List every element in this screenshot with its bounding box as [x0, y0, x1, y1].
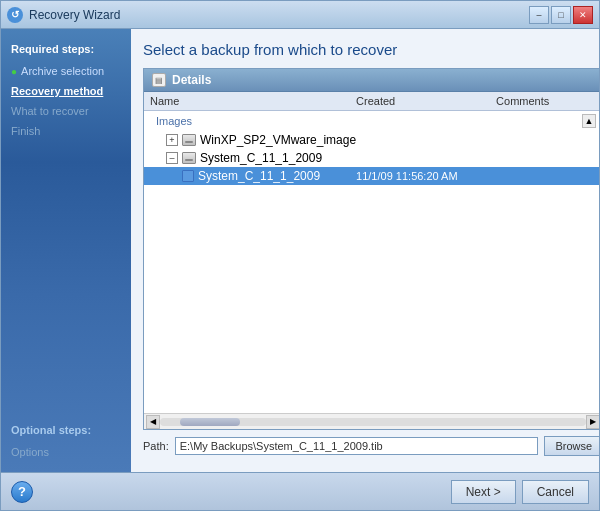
winxp-name-cell: + WinXP_SP2_VMware_image [150, 133, 356, 147]
system-c-child-name-cell: System_C_11_1_2009 [150, 169, 356, 183]
winxp-label: WinXP_SP2_VMware_image [200, 133, 356, 147]
sidebar-item-recovery-method[interactable]: Recovery method [1, 81, 131, 101]
help-button[interactable]: ? [11, 481, 33, 503]
options-label: Options [11, 446, 49, 458]
sidebar: Required steps: Archive selection Recove… [1, 29, 131, 472]
right-panel: Select a backup from which to recover ▤ … [131, 29, 599, 472]
browse-button[interactable]: Browse [544, 436, 599, 456]
minimize-button[interactable]: – [529, 6, 549, 24]
system-c-disk-icon [182, 152, 196, 164]
winxp-disk-icon [182, 134, 196, 146]
panel-title: Select a backup from which to recover [143, 41, 599, 58]
path-input[interactable] [175, 437, 539, 455]
images-section-label: Images [150, 113, 198, 129]
bottom-bar: ? Next > Cancel [1, 472, 599, 510]
details-label: Details [172, 73, 211, 87]
details-header: ▤ Details [144, 69, 599, 92]
finish-label: Finish [11, 125, 40, 137]
system-c-child-label: System_C_11_1_2009 [198, 169, 320, 183]
col-header-name: Name [150, 95, 356, 107]
backup-file-icon [182, 170, 194, 182]
window-controls: – □ ✕ [529, 6, 593, 24]
app-icon: ↺ [7, 7, 23, 23]
path-bar: Path: Browse [143, 430, 599, 460]
main-area: Required steps: Archive selection Recove… [1, 29, 599, 472]
details-icon: ▤ [152, 73, 166, 87]
details-box: ▤ Details Name Created Comments Images ▲ [143, 68, 599, 430]
table-body: Images ▲ + WinXP_SP2_VMware_image [144, 111, 599, 413]
path-label: Path: [143, 440, 169, 452]
tree-item-system-c-child[interactable]: System_C_11_1_2009 11/1/09 11:56:20 AM [144, 167, 599, 185]
cancel-button[interactable]: Cancel [522, 480, 589, 504]
scroll-left-button[interactable]: ◀ [146, 415, 160, 429]
sidebar-item-what-to-recover[interactable]: What to recover [1, 101, 131, 121]
horizontal-scrollbar[interactable]: ◀ ▶ [144, 413, 599, 429]
scroll-up-button[interactable]: ▲ [582, 114, 596, 128]
maximize-button[interactable]: □ [551, 6, 571, 24]
system-c-expand-icon[interactable]: – [166, 152, 178, 164]
system-c-label: System_C_11_1_2009 [200, 151, 322, 165]
scroll-right-button[interactable]: ▶ [586, 415, 599, 429]
window: ↺ Recovery Wizard – □ ✕ Required steps: … [0, 0, 600, 511]
titlebar: ↺ Recovery Wizard – □ ✕ [1, 1, 599, 29]
tree-item-winxp[interactable]: + WinXP_SP2_VMware_image [144, 131, 599, 149]
sidebar-item-options[interactable]: Options [1, 442, 131, 462]
col-header-created: Created [356, 95, 496, 107]
optional-steps-label: Optional steps: [1, 420, 131, 442]
window-title: Recovery Wizard [29, 8, 529, 22]
table-header: Name Created Comments [144, 92, 599, 111]
system-c-name-cell: – System_C_11_1_2009 [150, 151, 356, 165]
close-button[interactable]: ✕ [573, 6, 593, 24]
sidebar-item-finish[interactable]: Finish [1, 121, 131, 141]
tree-item-system-c[interactable]: – System_C_11_1_2009 [144, 149, 599, 167]
scrollbar-thumb[interactable] [180, 418, 240, 426]
col-header-comments: Comments [496, 95, 596, 107]
archive-selection-label: Archive selection [21, 65, 104, 77]
scrollbar-track[interactable] [160, 418, 586, 426]
required-steps-label: Required steps: [1, 39, 131, 61]
winxp-expand-icon[interactable]: + [166, 134, 178, 146]
what-to-recover-label: What to recover [11, 105, 89, 117]
sidebar-item-archive-selection[interactable]: Archive selection [1, 61, 131, 81]
next-button[interactable]: Next > [451, 480, 516, 504]
recovery-method-label: Recovery method [11, 85, 103, 97]
system-c-child-created: 11/1/09 11:56:20 AM [356, 170, 496, 182]
